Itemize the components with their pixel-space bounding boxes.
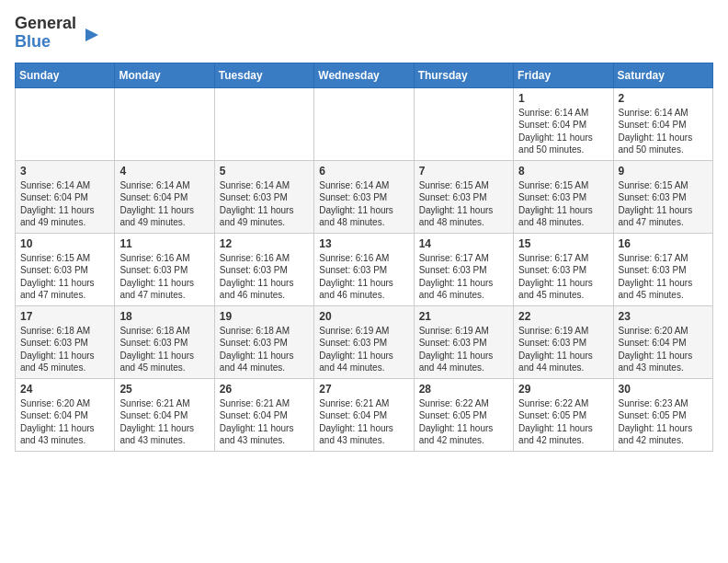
day-number: 19 [220, 310, 309, 323]
day-number: 1 [518, 92, 608, 105]
day-info: Sunrise: 6:16 AM Sunset: 6:03 PM Dayligh… [319, 252, 408, 302]
day-number: 18 [119, 310, 209, 323]
calendar-cell [16, 87, 115, 160]
day-number: 21 [419, 310, 508, 323]
day-number: 11 [119, 237, 209, 250]
day-info: Sunrise: 6:17 AM Sunset: 6:03 PM Dayligh… [518, 252, 608, 302]
calendar-cell: 25Sunrise: 6:21 AM Sunset: 6:04 PM Dayli… [115, 378, 214, 451]
calendar-cell: 24Sunrise: 6:20 AM Sunset: 6:04 PM Dayli… [16, 378, 115, 451]
day-info: Sunrise: 6:15 AM Sunset: 6:03 PM Dayligh… [518, 179, 608, 229]
day-info: Sunrise: 6:18 AM Sunset: 6:03 PM Dayligh… [20, 325, 109, 374]
day-number: 3 [20, 165, 109, 178]
calendar-table: SundayMondayTuesdayWednesdayThursdayFrid… [15, 63, 713, 452]
calendar-cell: 21Sunrise: 6:19 AM Sunset: 6:03 PM Dayli… [414, 305, 513, 378]
day-info: Sunrise: 6:15 AM Sunset: 6:03 PM Dayligh… [619, 179, 708, 229]
day-number: 7 [419, 165, 508, 178]
day-info: Sunrise: 6:14 AM Sunset: 6:04 PM Dayligh… [20, 179, 109, 229]
week-row-4: 17Sunrise: 6:18 AM Sunset: 6:03 PM Dayli… [16, 305, 713, 378]
calendar-cell: 8Sunrise: 6:15 AM Sunset: 6:03 PM Daylig… [514, 160, 613, 233]
day-number: 16 [619, 237, 708, 250]
day-number: 9 [619, 165, 708, 178]
calendar-cell: 29Sunrise: 6:22 AM Sunset: 6:05 PM Dayli… [514, 378, 613, 451]
day-info: Sunrise: 6:20 AM Sunset: 6:04 PM Dayligh… [619, 325, 708, 374]
calendar-cell: 30Sunrise: 6:23 AM Sunset: 6:05 PM Dayli… [613, 378, 712, 451]
calendar-cell [115, 87, 214, 160]
calendar-cell: 19Sunrise: 6:18 AM Sunset: 6:03 PM Dayli… [214, 305, 313, 378]
day-info: Sunrise: 6:16 AM Sunset: 6:03 PM Dayligh… [119, 252, 209, 302]
day-number: 12 [220, 237, 309, 250]
day-number: 30 [619, 383, 708, 396]
weekday-friday: Friday [514, 63, 613, 87]
week-row-1: 1Sunrise: 6:14 AM Sunset: 6:04 PM Daylig… [16, 87, 713, 160]
day-number: 24 [20, 383, 109, 396]
day-number: 20 [319, 310, 408, 323]
calendar-cell: 26Sunrise: 6:21 AM Sunset: 6:04 PM Dayli… [214, 378, 313, 451]
svg-marker-0 [85, 29, 98, 41]
calendar-cell: 4Sunrise: 6:14 AM Sunset: 6:04 PM Daylig… [115, 160, 214, 233]
day-number: 13 [319, 237, 408, 250]
day-number: 17 [20, 310, 109, 323]
calendar-cell [314, 87, 414, 160]
page-header: General Blue [15, 15, 713, 52]
day-info: Sunrise: 6:19 AM Sunset: 6:03 PM Dayligh… [319, 325, 408, 374]
day-number: 29 [518, 383, 608, 396]
calendar-cell: 16Sunrise: 6:17 AM Sunset: 6:03 PM Dayli… [613, 233, 712, 305]
calendar-cell: 18Sunrise: 6:18 AM Sunset: 6:03 PM Dayli… [115, 305, 214, 378]
day-number: 8 [518, 165, 608, 178]
calendar-cell: 6Sunrise: 6:14 AM Sunset: 6:03 PM Daylig… [314, 160, 414, 233]
calendar-cell: 27Sunrise: 6:21 AM Sunset: 6:04 PM Dayli… [314, 378, 414, 451]
calendar-cell: 12Sunrise: 6:16 AM Sunset: 6:03 PM Dayli… [214, 233, 313, 305]
day-number: 6 [319, 165, 408, 178]
logo-arrow-icon [82, 25, 102, 45]
logo: General Blue [15, 15, 102, 52]
day-number: 23 [619, 310, 708, 323]
day-info: Sunrise: 6:19 AM Sunset: 6:03 PM Dayligh… [518, 325, 608, 374]
calendar-body: 1Sunrise: 6:14 AM Sunset: 6:04 PM Daylig… [16, 87, 713, 451]
day-number: 2 [619, 92, 708, 105]
day-info: Sunrise: 6:22 AM Sunset: 6:05 PM Dayligh… [419, 397, 508, 447]
day-info: Sunrise: 6:16 AM Sunset: 6:03 PM Dayligh… [220, 252, 309, 302]
weekday-sunday: Sunday [16, 63, 115, 87]
day-info: Sunrise: 6:18 AM Sunset: 6:03 PM Dayligh… [119, 325, 209, 374]
calendar-cell: 1Sunrise: 6:14 AM Sunset: 6:04 PM Daylig… [514, 87, 613, 160]
calendar-cell: 3Sunrise: 6:14 AM Sunset: 6:04 PM Daylig… [16, 160, 115, 233]
calendar-cell: 9Sunrise: 6:15 AM Sunset: 6:03 PM Daylig… [613, 160, 712, 233]
weekday-header-row: SundayMondayTuesdayWednesdayThursdayFrid… [16, 63, 713, 87]
day-number: 5 [220, 165, 309, 178]
day-number: 10 [20, 237, 109, 250]
logo-text-general: General [15, 15, 76, 33]
day-info: Sunrise: 6:14 AM Sunset: 6:04 PM Dayligh… [119, 179, 209, 229]
calendar-cell: 2Sunrise: 6:14 AM Sunset: 6:04 PM Daylig… [613, 87, 712, 160]
day-number: 4 [119, 165, 209, 178]
weekday-saturday: Saturday [613, 63, 712, 87]
calendar-cell: 20Sunrise: 6:19 AM Sunset: 6:03 PM Dayli… [314, 305, 414, 378]
calendar-cell: 15Sunrise: 6:17 AM Sunset: 6:03 PM Dayli… [514, 233, 613, 305]
calendar-cell [414, 87, 513, 160]
calendar-cell: 10Sunrise: 6:15 AM Sunset: 6:03 PM Dayli… [16, 233, 115, 305]
calendar-cell: 14Sunrise: 6:17 AM Sunset: 6:03 PM Dayli… [414, 233, 513, 305]
day-info: Sunrise: 6:20 AM Sunset: 6:04 PM Dayligh… [20, 397, 109, 447]
day-number: 26 [220, 383, 309, 396]
week-row-3: 10Sunrise: 6:15 AM Sunset: 6:03 PM Dayli… [16, 233, 713, 305]
day-info: Sunrise: 6:17 AM Sunset: 6:03 PM Dayligh… [419, 252, 508, 302]
calendar-cell [214, 87, 313, 160]
day-info: Sunrise: 6:21 AM Sunset: 6:04 PM Dayligh… [119, 397, 209, 447]
calendar-cell: 28Sunrise: 6:22 AM Sunset: 6:05 PM Dayli… [414, 378, 513, 451]
day-info: Sunrise: 6:14 AM Sunset: 6:03 PM Dayligh… [220, 179, 309, 229]
day-number: 15 [518, 237, 608, 250]
day-info: Sunrise: 6:19 AM Sunset: 6:03 PM Dayligh… [419, 325, 508, 374]
calendar-cell: 5Sunrise: 6:14 AM Sunset: 6:03 PM Daylig… [214, 160, 313, 233]
calendar-cell: 23Sunrise: 6:20 AM Sunset: 6:04 PM Dayli… [613, 305, 712, 378]
weekday-thursday: Thursday [414, 63, 513, 87]
day-info: Sunrise: 6:14 AM Sunset: 6:03 PM Dayligh… [319, 179, 408, 229]
day-number: 14 [419, 237, 508, 250]
calendar-cell: 17Sunrise: 6:18 AM Sunset: 6:03 PM Dayli… [16, 305, 115, 378]
day-number: 28 [419, 383, 508, 396]
calendar-cell: 13Sunrise: 6:16 AM Sunset: 6:03 PM Dayli… [314, 233, 414, 305]
day-info: Sunrise: 6:21 AM Sunset: 6:04 PM Dayligh… [319, 397, 408, 447]
day-number: 27 [319, 383, 408, 396]
day-info: Sunrise: 6:18 AM Sunset: 6:03 PM Dayligh… [220, 325, 309, 374]
logo-text-blue: Blue [15, 33, 76, 52]
day-info: Sunrise: 6:15 AM Sunset: 6:03 PM Dayligh… [419, 179, 508, 229]
day-number: 25 [119, 383, 209, 396]
